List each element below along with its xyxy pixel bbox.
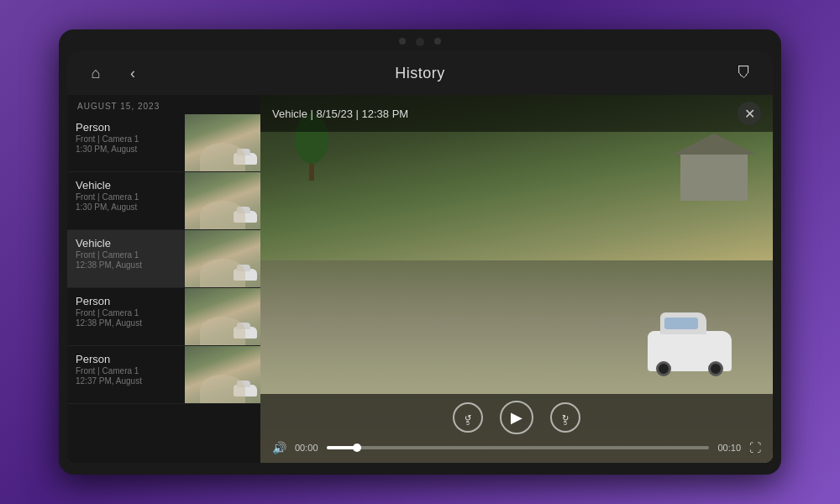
thumbnail-car <box>234 327 257 339</box>
volume-button[interactable]: 🔊 <box>272 441 286 454</box>
thumbnail-car <box>234 153 257 165</box>
thumbnail-car <box>234 211 257 223</box>
history-item-thumbnail <box>185 288 260 345</box>
history-item-thumbnail <box>185 346 260 403</box>
fullscreen-button[interactable]: ⛶ <box>749 441 761 454</box>
history-item-type: Vehicle <box>76 179 176 192</box>
tablet-screen: ⌂ ‹ History ⛉ AUGUST 15, 2023 Person Fro… <box>67 51 773 463</box>
thumbnail-scene <box>185 346 260 403</box>
thumbnail-scene <box>185 114 260 171</box>
current-time: 00:00 <box>295 443 318 453</box>
history-item-thumbnail <box>185 230 260 287</box>
thumbnail-car <box>234 385 257 396</box>
history-item-time: 1:30 PM, August <box>76 202 176 212</box>
history-item-info: Vehicle Front | Camera 1 12:38 PM, Augus… <box>67 230 185 287</box>
forward-label: 5 <box>564 420 567 426</box>
history-item-time: 12:38 PM, August <box>76 318 176 328</box>
progress-bar[interactable] <box>327 446 710 449</box>
camera-indicator-right <box>434 38 441 45</box>
tree-trunk <box>309 164 314 181</box>
history-item-thumbnail <box>185 172 260 229</box>
video-player: Vehicle | 8/15/23 | 12:38 PM ✕ <box>260 95 773 463</box>
video-title: Vehicle | 8/15/23 | 12:38 PM <box>272 108 408 120</box>
history-item-thumbnail <box>185 114 260 171</box>
history-item-time: 1:30 PM, August <box>76 144 176 154</box>
history-list[interactable]: AUGUST 15, 2023 Person Front | Camera 1 … <box>67 95 260 463</box>
thumbnail-scene <box>185 230 260 287</box>
page-title: History <box>395 65 445 82</box>
forward-button[interactable]: ↻ 5 <box>550 402 580 433</box>
video-house <box>680 150 748 201</box>
history-item-location: Front | Camera 1 <box>76 250 176 260</box>
video-controls: ↺ 5 ▶ ↻ 5 🔊 00:00 <box>260 394 773 463</box>
history-item-info: Person Front | Camera 1 12:37 PM, August <box>67 346 185 403</box>
video-header: Vehicle | 8/15/23 | 12:38 PM ✕ <box>260 95 773 132</box>
history-item[interactable]: Person Front | Camera 1 12:37 PM, August <box>67 346 260 404</box>
camera-indicator-center <box>416 38 424 46</box>
history-item-location: Front | Camera 1 <box>76 192 176 202</box>
thumbnail-car <box>234 269 257 281</box>
history-item-location: Front | Camera 1 <box>76 134 176 144</box>
back-button[interactable]: ‹ <box>119 60 146 87</box>
history-item-time: 12:38 PM, August <box>76 260 176 270</box>
history-item-type: Vehicle <box>76 237 176 249</box>
history-item-location: Front | Camera 1 <box>76 366 176 375</box>
camera-indicators <box>67 38 773 46</box>
filter-button[interactable]: ⛉ <box>731 60 758 87</box>
thumbnail-scene <box>185 172 260 229</box>
camera-indicator-left <box>399 38 406 45</box>
header-left: ⌂ ‹ <box>82 60 146 87</box>
history-item-location: Front | Camera 1 <box>76 308 176 318</box>
history-item-info: Person Front | Camera 1 12:38 PM, August <box>67 288 185 345</box>
rewind-button[interactable]: ↺ 5 <box>453 402 483 433</box>
history-item[interactable]: Person Front | Camera 1 1:30 PM, August <box>67 114 260 172</box>
history-item-time: 12:37 PM, August <box>76 376 176 386</box>
history-item[interactable]: Person Front | Camera 1 12:38 PM, August <box>67 288 260 346</box>
app-header: ⌂ ‹ History ⛉ <box>67 51 773 95</box>
history-item[interactable]: Vehicle Front | Camera 1 1:30 PM, August <box>67 172 260 230</box>
playback-controls: ↺ 5 ▶ ↻ 5 <box>272 401 761 434</box>
history-item-type: Person <box>76 295 176 307</box>
car-wheel-front <box>656 361 671 376</box>
video-car <box>648 331 732 371</box>
rewind-label: 5 <box>466 420 470 426</box>
play-button[interactable]: ▶ <box>500 401 533 434</box>
progress-row: 🔊 00:00 00:10 ⛶ <box>272 441 761 454</box>
home-button[interactable]: ⌂ <box>82 60 109 87</box>
history-item-type: Person <box>76 121 176 134</box>
thumbnail-scene <box>185 288 260 345</box>
history-item-info: Person Front | Camera 1 1:30 PM, August <box>67 114 185 171</box>
tablet: ⌂ ‹ History ⛉ AUGUST 15, 2023 Person Fro… <box>59 29 781 475</box>
history-item-active[interactable]: Vehicle Front | Camera 1 12:38 PM, Augus… <box>67 230 260 288</box>
total-time: 00:10 <box>717 443 741 453</box>
date-header: AUGUST 15, 2023 <box>67 95 260 114</box>
car-wheel-rear <box>708 361 723 376</box>
progress-dot <box>353 444 361 452</box>
history-item-type: Person <box>76 353 176 365</box>
main-content: AUGUST 15, 2023 Person Front | Camera 1 … <box>67 95 773 463</box>
close-button[interactable]: ✕ <box>738 102 761 125</box>
car-window <box>664 318 698 329</box>
history-item-info: Vehicle Front | Camera 1 1:30 PM, August <box>67 172 185 229</box>
